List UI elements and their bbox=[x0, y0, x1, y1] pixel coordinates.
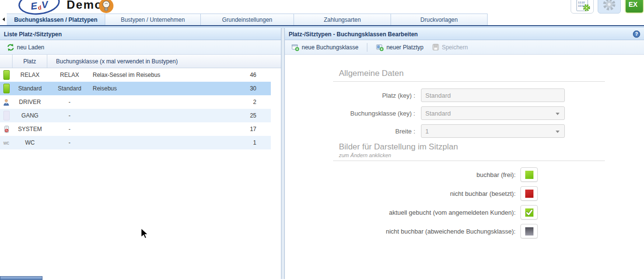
table-row-system[interactable]: SYSTEM - 17 bbox=[0, 122, 271, 136]
right-panel-title: Platz-/Sitztypen - Buchungsklassen Bearb… bbox=[289, 31, 418, 38]
breite-label: Breite : bbox=[285, 128, 421, 135]
left-toolbar: neu Laden bbox=[0, 40, 281, 55]
platz-key-input[interactable] bbox=[421, 88, 565, 102]
gear-badge-icon bbox=[583, 4, 590, 13]
tab-druckvorlagen[interactable]: Druckvorlagen bbox=[391, 14, 488, 25]
tab-scroll-left-button[interactable] bbox=[0, 14, 7, 25]
chevron-left-icon bbox=[2, 17, 5, 21]
save-button[interactable]: Speichern bbox=[429, 42, 471, 52]
lightbulb-icon bbox=[99, 0, 113, 13]
table-row-wc[interactable]: wc WC - 1 bbox=[0, 136, 271, 149]
demo-wordmark: Demo bbox=[67, 0, 103, 12]
field-row-breite: Breite : 1 bbox=[285, 124, 565, 138]
tab-bustypen-unternehmen[interactable]: Bustypen / Unternehmen bbox=[105, 14, 201, 25]
buchungsklasse-key-select[interactable]: Standard bbox=[421, 106, 565, 120]
application-window: EdV Demo 1110 1010 bbox=[0, 0, 644, 280]
platz-key-label: Platz (key) : bbox=[285, 92, 421, 99]
excel-label: EX bbox=[629, 0, 638, 8]
tab-zahlungsarten[interactable]: Zahlungsarten bbox=[294, 14, 391, 25]
table-header: Platz Buchungsklasse (x mal verwendet in… bbox=[0, 55, 281, 68]
right-panel-header: Platz-/Sitztypen - Buchungsklassen Bearb… bbox=[285, 28, 644, 40]
table-row-driver[interactable]: DRIVER - 2 bbox=[0, 95, 271, 109]
right-toolbar: neue Buchungsklasse neuer Platztyp bbox=[285, 40, 644, 55]
table-row-standard[interactable]: Standard Standard Reisebus 30 bbox=[0, 82, 271, 95]
tab-grundeinstellungen[interactable]: Grundeinstellungen bbox=[201, 14, 294, 25]
field-row-buchungsklasse-key: Buchungsklasse (key) : Standard bbox=[285, 106, 565, 120]
field-row-platz-key: Platz (key) : bbox=[285, 88, 565, 102]
left-panel: Liste Platz-/Sitztypen neu Laden Platz bbox=[0, 28, 281, 279]
reload-label: neu Laden bbox=[17, 44, 44, 51]
refresh-icon bbox=[7, 44, 14, 51]
top-action-buttons: 1110 1010 bbox=[571, 0, 644, 15]
image-row-aktuell-gebucht: aktuell gebucht (vom angemeldeten Kunden… bbox=[285, 205, 538, 220]
new-item-icon bbox=[292, 44, 299, 51]
tab-bar: Buchungsklassen / Platztypen Bustypen / … bbox=[0, 14, 644, 26]
image-row-nicht-buchbar-besetzt: nicht buchbar (besetzt): bbox=[285, 186, 538, 201]
toolbar-separator bbox=[367, 43, 367, 52]
system-locked-icon bbox=[3, 125, 10, 133]
save-icon bbox=[432, 44, 439, 51]
logo-letter: E bbox=[30, 0, 38, 12]
top-bar: EdV Demo 1110 1010 bbox=[0, 0, 644, 14]
tab-bar-filler bbox=[488, 14, 644, 25]
booked-check-swatch bbox=[525, 208, 533, 217]
gear-icon bbox=[602, 0, 616, 11]
right-panel: Platz-/Sitztypen - Buchungsklassen Bearb… bbox=[285, 28, 644, 279]
abweichende-klasse-image-button[interactable] bbox=[520, 224, 538, 238]
help-icon[interactable]: ? bbox=[633, 30, 640, 38]
data-export-button[interactable]: 1110 1010 bbox=[571, 0, 594, 14]
buchbar-frei-image-button[interactable] bbox=[520, 167, 538, 182]
gang-aisle-icon bbox=[3, 111, 10, 120]
breite-select[interactable]: 1 bbox=[421, 124, 565, 138]
column-platz[interactable]: Platz bbox=[13, 55, 47, 68]
buchungsklasse-key-label: Buchungsklasse (key) : bbox=[285, 110, 421, 117]
new-seat-icon bbox=[376, 44, 384, 51]
wc-icon: wc bbox=[3, 140, 9, 146]
images-section-subtitle: zum Ändern anklicken bbox=[339, 152, 391, 158]
seat-green-icon bbox=[3, 84, 10, 93]
left-panel-header: Liste Platz-/Sitztypen bbox=[0, 28, 281, 40]
seat-green-icon bbox=[3, 70, 10, 80]
driver-person-icon bbox=[2, 98, 10, 106]
left-panel-title: Liste Platz-/Sitztypen bbox=[4, 31, 62, 38]
edit-form: Allgemeine Daten Platz (key) : Buchungsk… bbox=[285, 55, 644, 279]
images-section-heading: Bilder für Darstellung im Sitzplan bbox=[339, 142, 458, 152]
table-row-relax[interactable]: RELAX RELAX Relax-Sessel im Reisebus 46 bbox=[0, 68, 271, 82]
section-divider bbox=[333, 81, 605, 82]
chevron-down-icon bbox=[556, 113, 560, 115]
logo-letter: V bbox=[41, 0, 49, 11]
aktuell-gebucht-image-button[interactable] bbox=[520, 205, 538, 220]
tab-buchungsklassen-platztypen[interactable]: Buchungsklassen / Platztypen bbox=[7, 14, 105, 25]
table-row-gang[interactable]: GANG - 25 bbox=[0, 109, 271, 122]
image-row-buchbar-frei: buchbar (frei): bbox=[285, 167, 538, 182]
excel-export-button[interactable]: EX bbox=[625, 0, 644, 14]
panel-splitter[interactable] bbox=[281, 28, 285, 279]
main-area: Liste Platz-/Sitztypen neu Laden Platz bbox=[0, 26, 644, 279]
chevron-down-icon bbox=[556, 131, 560, 133]
settings-button[interactable] bbox=[598, 0, 621, 14]
occupied-seat-swatch bbox=[525, 190, 533, 198]
general-section-heading: Allgemeine Daten bbox=[339, 69, 404, 78]
free-seat-swatch bbox=[525, 171, 533, 179]
check-icon bbox=[526, 209, 533, 216]
binary-data-icon: 1110 1010 bbox=[576, 0, 588, 11]
image-row-abweichende-buchungsklasse: nicht buchbar (abweichende Buchungsklass… bbox=[285, 224, 538, 238]
column-buchungsklasse[interactable]: Buchungsklasse (x mal verwendet in Busty… bbox=[47, 55, 281, 68]
new-booking-class-button[interactable]: neue Buchungsklasse bbox=[289, 42, 361, 53]
other-class-swatch bbox=[525, 227, 533, 236]
horizontal-scrollbar-thumb[interactable] bbox=[0, 276, 42, 280]
new-platztyp-button[interactable]: neuer Platztyp bbox=[373, 42, 426, 53]
column-icon[interactable] bbox=[0, 55, 13, 68]
reload-button[interactable]: neu Laden bbox=[4, 42, 47, 53]
section-divider bbox=[333, 161, 605, 161]
besetzt-image-button[interactable] bbox=[520, 186, 538, 201]
